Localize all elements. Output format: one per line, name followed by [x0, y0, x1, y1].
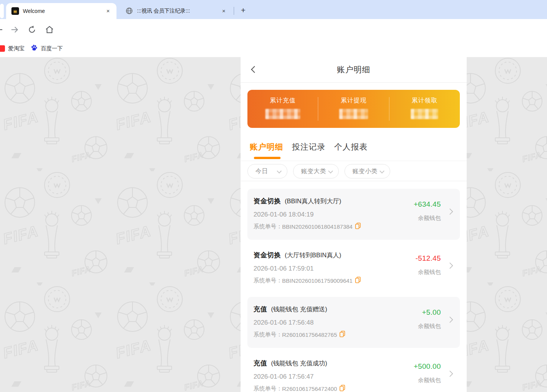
order-number: BBIN202601061804187384 — [282, 223, 352, 230]
copy-icon[interactable] — [355, 277, 361, 284]
bookmark-label: 爱淘宝 — [8, 45, 25, 52]
taobao-icon — [0, 45, 5, 52]
stat-label: 累计充值 — [270, 97, 296, 105]
order-label: 系统单号： — [254, 223, 282, 230]
stat-label: 累计提现 — [341, 97, 367, 105]
tab-label: 个人报表 — [334, 142, 368, 151]
tab-label: 账户明细 — [250, 142, 283, 151]
forward-icon[interactable] — [10, 25, 19, 34]
transaction-row[interactable]: 资金切换 (BBIN真人转到大厅) 2026-01-06 18:04:19 系统… — [247, 189, 460, 240]
background-window-sliver — [0, 4, 4, 18]
bookmark-baidu[interactable]: 百度一下 — [30, 44, 63, 53]
order-label: 系统单号： — [254, 331, 282, 338]
order-number: R2601061756472400 — [282, 386, 337, 392]
major-category-dropdown[interactable]: 账变大类 — [293, 164, 339, 178]
transaction-amount: +5.00 — [422, 308, 441, 317]
total-withdraw-stat: 累计提现 — [318, 90, 389, 128]
transaction-row[interactable]: 资金切换 (大厅转到BBIN真人) 2026-01-06 17:59:01 系统… — [247, 243, 460, 294]
copy-icon[interactable] — [355, 223, 361, 230]
transaction-order: 系统单号： R2601061756482765 — [254, 331, 454, 338]
tab-account-detail[interactable]: 账户明细 — [250, 142, 283, 161]
close-tab-icon[interactable]: × — [104, 7, 112, 15]
tab-bet-records[interactable]: 投注记录 — [292, 142, 325, 161]
wallet-label: 余额钱包 — [418, 323, 441, 330]
new-tab-button[interactable]: + — [238, 5, 249, 16]
transaction-amount-block: -512.45 余额钱包 — [415, 254, 441, 276]
chevron-down-icon — [277, 169, 282, 174]
order-label: 系统单号： — [254, 385, 282, 392]
chevron-down-icon — [380, 169, 384, 174]
wallet-label: 余额钱包 — [418, 377, 441, 384]
baidu-paw-icon — [30, 44, 38, 53]
report-tabs: 账户明细 投注记录 个人报表 — [241, 135, 467, 161]
browser-tab-strip: Welcome × :::视讯 会员下注纪录::: × + — [0, 0, 547, 19]
blurred-value — [411, 109, 438, 119]
blurred-value — [265, 109, 300, 119]
transaction-type: 充值 — [254, 359, 267, 368]
transaction-detail: (大厅转到BBIN真人) — [285, 251, 341, 260]
copy-icon[interactable] — [340, 385, 345, 392]
wallet-label: 余额钱包 — [418, 269, 441, 276]
bookmark-taobao[interactable]: 爱淘宝 — [0, 44, 25, 53]
browser-tab-welcome[interactable]: Welcome × — [6, 3, 116, 19]
total-deposit-stat: 累计充值 — [247, 90, 318, 128]
date-filter-dropdown[interactable]: 今日 — [247, 164, 287, 178]
tab-separator — [234, 7, 234, 15]
browser-tab-betting-records[interactable]: :::视讯 会员下注纪录::: × — [121, 3, 232, 19]
tab-title: :::视讯 会员下注纪录::: — [137, 8, 220, 14]
active-tab-underline — [254, 157, 281, 159]
browser-toolbar: ld48.com/reports/index?tab=0 — [0, 19, 547, 40]
transaction-type: 充值 — [254, 304, 267, 314]
close-tab-icon[interactable]: × — [220, 7, 228, 15]
reload-icon[interactable] — [27, 25, 37, 34]
totals-summary-card: 累计充值 累计提现 累计领取 — [247, 90, 460, 128]
page-title: 账户明细 — [337, 64, 370, 75]
back-icon[interactable] — [0, 25, 4, 34]
transaction-detail: (钱能钱包 充值赠送) — [271, 305, 327, 314]
filter-label: 账变大类 — [301, 167, 326, 175]
order-number: R2601061756482765 — [282, 331, 337, 338]
back-chevron-icon[interactable] — [251, 66, 258, 73]
chevron-down-icon — [328, 169, 333, 174]
transaction-list: 资金切换 (BBIN真人转到大厅) 2026-01-06 18:04:19 系统… — [241, 181, 467, 392]
wallet-label: 余额钱包 — [418, 215, 441, 222]
transaction-amount-block: +500.00 余额钱包 — [414, 362, 441, 384]
transaction-amount-block: +5.00 余额钱包 — [418, 308, 441, 330]
transaction-amount: -512.45 — [415, 254, 441, 263]
transaction-amount-block: +634.45 余额钱包 — [414, 200, 441, 222]
filter-label: 账变小类 — [352, 167, 378, 175]
transaction-type: 资金切换 — [254, 196, 281, 206]
transaction-type: 资金切换 — [254, 250, 281, 260]
transaction-detail: (BBIN真人转到大厅) — [285, 197, 341, 206]
filter-row: 今日 账变大类 账变小类 — [241, 161, 467, 181]
welcome-favicon-icon — [11, 7, 19, 15]
transaction-row[interactable]: 充值 (钱能钱包 充值成功) 2026-01-06 17:56:47 系统单号：… — [247, 351, 460, 392]
bookmarks-bar: 爱淘宝 百度一下 — [0, 40, 547, 57]
transaction-row[interactable]: 充值 (钱能钱包 充值赠送) 2026-01-06 17:56:48 系统单号：… — [247, 297, 460, 348]
globe-icon — [126, 7, 133, 15]
order-number: BBIN202601061759009641 — [282, 277, 352, 284]
tab-title: Welcome — [23, 8, 104, 14]
transaction-detail: (钱能钱包 充值成功) — [271, 359, 327, 368]
tab-label: 投注记录 — [292, 142, 325, 151]
stat-label: 累计领取 — [411, 97, 437, 105]
home-icon[interactable] — [45, 25, 54, 34]
transaction-order: 系统单号： BBIN202601061759009641 — [254, 277, 454, 284]
order-label: 系统单号： — [254, 277, 282, 284]
tab-personal-report[interactable]: 个人报表 — [334, 142, 368, 161]
total-claim-stat: 累计领取 — [389, 90, 460, 128]
panel-header: 账户明细 — [241, 57, 467, 83]
filter-label: 今日 — [255, 167, 268, 175]
copy-icon[interactable] — [340, 331, 345, 338]
transaction-amount: +634.45 — [414, 200, 441, 209]
blurred-value — [339, 109, 368, 119]
transaction-amount: +500.00 — [414, 362, 441, 371]
transaction-order: 系统单号： R2601061756472400 — [254, 385, 454, 392]
minor-category-dropdown[interactable]: 账变小类 — [344, 164, 390, 178]
account-detail-panel: 账户明细 累计充值 累计提现 累计领取 账户明细 投注记录 个人报表 — [241, 57, 467, 392]
transaction-order: 系统单号： BBIN202601061804187384 — [254, 223, 454, 230]
bookmark-label: 百度一下 — [41, 45, 63, 52]
